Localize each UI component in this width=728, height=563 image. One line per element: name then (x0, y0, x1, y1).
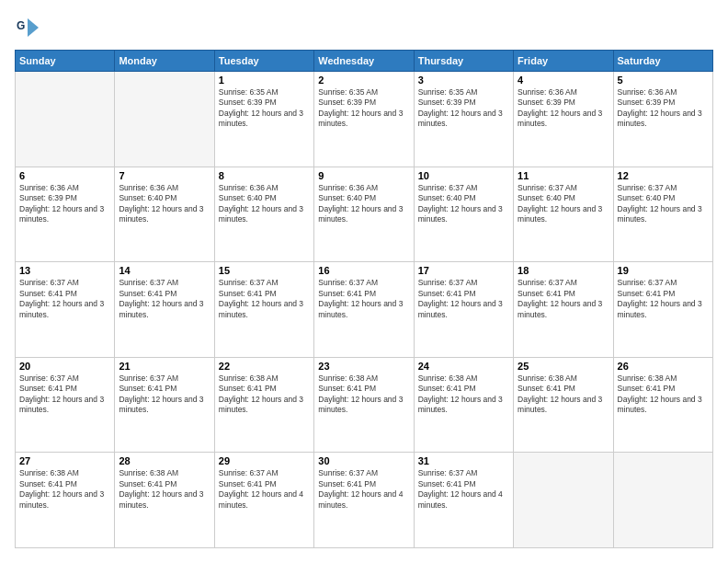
cell-info: Sunrise: 6:35 AMSunset: 6:39 PMDaylight:… (418, 87, 509, 130)
logo: G (15, 15, 44, 40)
cell-info: Sunrise: 6:38 AMSunset: 6:41 PMDaylight:… (618, 373, 709, 416)
calendar-cell: 28Sunrise: 6:38 AMSunset: 6:41 PMDayligh… (115, 453, 214, 548)
day-number: 14 (119, 265, 210, 276)
day-number: 7 (119, 170, 210, 181)
cell-info: Sunrise: 6:36 AMSunset: 6:40 PMDaylight:… (318, 183, 409, 225)
day-number: 16 (318, 265, 409, 276)
calendar-cell: 27Sunrise: 6:38 AMSunset: 6:41 PMDayligh… (16, 453, 115, 548)
day-number: 20 (19, 361, 110, 372)
svg-marker-1 (28, 18, 39, 37)
cell-info: Sunrise: 6:38 AMSunset: 6:41 PMDaylight:… (19, 468, 110, 511)
calendar-week-3: 13Sunrise: 6:37 AMSunset: 6:41 PMDayligh… (16, 262, 713, 358)
calendar-cell: 19Sunrise: 6:37 AMSunset: 6:41 PMDayligh… (613, 262, 712, 358)
calendar-cell: 7Sunrise: 6:36 AMSunset: 6:40 PMDaylight… (115, 167, 214, 262)
calendar-cell: 17Sunrise: 6:37 AMSunset: 6:41 PMDayligh… (414, 262, 513, 358)
column-header-wednesday: Wednesday (314, 51, 414, 72)
day-number: 27 (19, 455, 110, 466)
logo-icon: G (15, 15, 40, 40)
calendar-cell: 1Sunrise: 6:35 AMSunset: 6:39 PMDaylight… (214, 72, 313, 167)
cell-info: Sunrise: 6:37 AMSunset: 6:41 PMDaylight:… (418, 278, 509, 320)
day-number: 22 (219, 361, 310, 372)
cell-info: Sunrise: 6:37 AMSunset: 6:41 PMDaylight:… (219, 468, 310, 511)
day-number: 9 (318, 170, 409, 181)
cell-info: Sunrise: 6:37 AMSunset: 6:40 PMDaylight:… (418, 183, 509, 225)
calendar-week-4: 20Sunrise: 6:37 AMSunset: 6:41 PMDayligh… (16, 357, 713, 453)
day-number: 2 (318, 75, 409, 86)
cell-info: Sunrise: 6:37 AMSunset: 6:41 PMDaylight:… (418, 468, 509, 511)
day-number: 1 (219, 75, 310, 86)
column-header-saturday: Saturday (613, 51, 712, 72)
calendar-cell: 18Sunrise: 6:37 AMSunset: 6:41 PMDayligh… (514, 262, 613, 358)
cell-info: Sunrise: 6:36 AMSunset: 6:39 PMDaylight:… (518, 87, 609, 130)
cell-info: Sunrise: 6:38 AMSunset: 6:41 PMDaylight:… (518, 373, 609, 416)
day-number: 3 (418, 75, 509, 86)
calendar-cell: 11Sunrise: 6:37 AMSunset: 6:40 PMDayligh… (514, 167, 613, 262)
day-number: 29 (219, 455, 310, 466)
calendar-cell: 30Sunrise: 6:37 AMSunset: 6:41 PMDayligh… (314, 453, 414, 548)
cell-info: Sunrise: 6:37 AMSunset: 6:41 PMDaylight:… (19, 373, 110, 416)
calendar-cell: 22Sunrise: 6:38 AMSunset: 6:41 PMDayligh… (214, 357, 313, 453)
cell-info: Sunrise: 6:36 AMSunset: 6:39 PMDaylight:… (19, 183, 110, 225)
cell-info: Sunrise: 6:38 AMSunset: 6:41 PMDaylight:… (219, 373, 310, 416)
cell-info: Sunrise: 6:37 AMSunset: 6:41 PMDaylight:… (119, 278, 210, 320)
day-number: 19 (618, 265, 709, 276)
calendar-cell: 4Sunrise: 6:36 AMSunset: 6:39 PMDaylight… (514, 72, 613, 167)
column-header-friday: Friday (514, 51, 613, 72)
calendar-cell: 15Sunrise: 6:37 AMSunset: 6:41 PMDayligh… (214, 262, 313, 358)
cell-info: Sunrise: 6:36 AMSunset: 6:40 PMDaylight:… (219, 183, 310, 225)
calendar-cell: 6Sunrise: 6:36 AMSunset: 6:39 PMDaylight… (16, 167, 115, 262)
day-number: 30 (318, 455, 409, 466)
calendar-cell (514, 453, 613, 548)
calendar-cell: 26Sunrise: 6:38 AMSunset: 6:41 PMDayligh… (613, 357, 712, 453)
calendar-cell: 29Sunrise: 6:37 AMSunset: 6:41 PMDayligh… (214, 453, 313, 548)
day-number: 5 (618, 75, 709, 86)
cell-info: Sunrise: 6:37 AMSunset: 6:41 PMDaylight:… (318, 278, 409, 320)
day-number: 21 (119, 361, 210, 372)
column-header-tuesday: Tuesday (214, 51, 313, 72)
calendar-week-5: 27Sunrise: 6:38 AMSunset: 6:41 PMDayligh… (16, 453, 713, 548)
calendar-cell: 10Sunrise: 6:37 AMSunset: 6:40 PMDayligh… (414, 167, 513, 262)
calendar-cell: 14Sunrise: 6:37 AMSunset: 6:41 PMDayligh… (115, 262, 214, 358)
page: G SundayMondayTuesdayWednesdayThursdayFr… (0, 0, 728, 563)
cell-info: Sunrise: 6:37 AMSunset: 6:41 PMDaylight:… (119, 373, 210, 416)
day-number: 6 (19, 170, 110, 181)
calendar-cell: 3Sunrise: 6:35 AMSunset: 6:39 PMDaylight… (414, 72, 513, 167)
cell-info: Sunrise: 6:37 AMSunset: 6:41 PMDaylight:… (318, 468, 409, 511)
day-number: 8 (219, 170, 310, 181)
day-number: 10 (418, 170, 509, 181)
calendar-cell: 25Sunrise: 6:38 AMSunset: 6:41 PMDayligh… (514, 357, 613, 453)
calendar-cell (613, 453, 712, 548)
calendar-cell: 2Sunrise: 6:35 AMSunset: 6:39 PMDaylight… (314, 72, 414, 167)
day-number: 31 (418, 455, 509, 466)
cell-info: Sunrise: 6:37 AMSunset: 6:40 PMDaylight:… (618, 183, 709, 225)
day-number: 17 (418, 265, 509, 276)
cell-info: Sunrise: 6:37 AMSunset: 6:41 PMDaylight:… (219, 278, 310, 320)
cell-info: Sunrise: 6:37 AMSunset: 6:41 PMDaylight:… (618, 278, 709, 320)
day-number: 18 (518, 265, 609, 276)
calendar-cell: 12Sunrise: 6:37 AMSunset: 6:40 PMDayligh… (613, 167, 712, 262)
calendar-cell: 23Sunrise: 6:38 AMSunset: 6:41 PMDayligh… (314, 357, 414, 453)
cell-info: Sunrise: 6:37 AMSunset: 6:41 PMDaylight:… (518, 278, 609, 320)
column-header-thursday: Thursday (414, 51, 513, 72)
column-header-sunday: Sunday (16, 51, 115, 72)
cell-info: Sunrise: 6:35 AMSunset: 6:39 PMDaylight:… (318, 87, 409, 130)
calendar-cell: 5Sunrise: 6:36 AMSunset: 6:39 PMDaylight… (613, 72, 712, 167)
day-number: 23 (318, 361, 409, 372)
day-number: 13 (19, 265, 110, 276)
calendar-week-2: 6Sunrise: 6:36 AMSunset: 6:39 PMDaylight… (16, 167, 713, 262)
day-number: 15 (219, 265, 310, 276)
cell-info: Sunrise: 6:36 AMSunset: 6:40 PMDaylight:… (119, 183, 210, 225)
calendar-cell: 31Sunrise: 6:37 AMSunset: 6:41 PMDayligh… (414, 453, 513, 548)
day-number: 11 (518, 170, 609, 181)
cell-info: Sunrise: 6:37 AMSunset: 6:41 PMDaylight:… (19, 278, 110, 320)
calendar-cell (16, 72, 115, 167)
calendar-week-1: 1Sunrise: 6:35 AMSunset: 6:39 PMDaylight… (16, 72, 713, 167)
calendar-cell: 9Sunrise: 6:36 AMSunset: 6:40 PMDaylight… (314, 167, 414, 262)
cell-info: Sunrise: 6:38 AMSunset: 6:41 PMDaylight:… (119, 468, 210, 511)
cell-info: Sunrise: 6:38 AMSunset: 6:41 PMDaylight:… (318, 373, 409, 416)
calendar-cell (115, 72, 214, 167)
day-number: 24 (418, 361, 509, 372)
day-number: 4 (518, 75, 609, 86)
calendar-cell: 8Sunrise: 6:36 AMSunset: 6:40 PMDaylight… (214, 167, 313, 262)
cell-info: Sunrise: 6:35 AMSunset: 6:39 PMDaylight:… (219, 87, 310, 130)
